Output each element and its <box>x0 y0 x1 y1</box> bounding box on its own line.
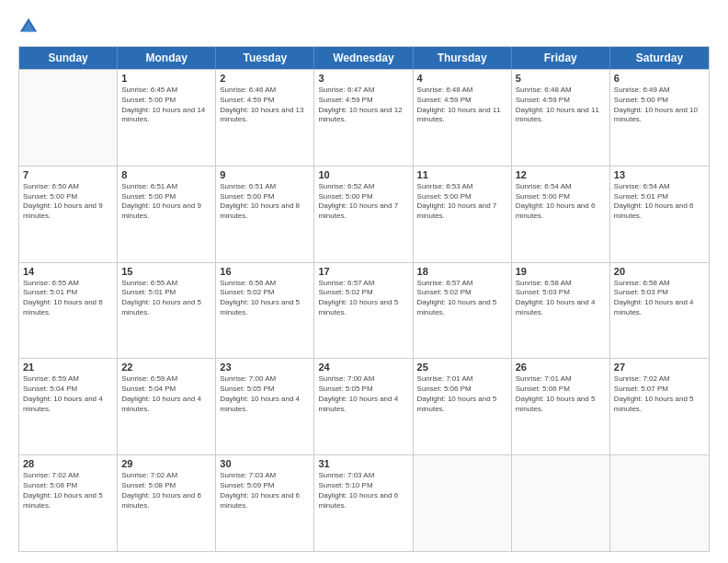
day-number: 8 <box>121 169 211 180</box>
calendar-cell: 15Sunrise: 6:55 AM Sunset: 5:01 PM Dayli… <box>118 263 216 359</box>
day-number: 26 <box>516 362 606 373</box>
weekday-header: Monday <box>118 47 216 69</box>
day-info: Sunrise: 6:59 AM Sunset: 5:04 PM Dayligh… <box>23 374 113 414</box>
calendar-cell: 28Sunrise: 7:02 AM Sunset: 5:08 PM Dayli… <box>19 455 118 551</box>
calendar-cell: 6Sunrise: 6:49 AM Sunset: 5:00 PM Daylig… <box>610 70 709 166</box>
page: SundayMondayTuesdayWednesdayThursdayFrid… <box>0 0 728 563</box>
weekday-header: Saturday <box>610 47 709 69</box>
day-info: Sunrise: 6:59 AM Sunset: 5:04 PM Dayligh… <box>121 374 211 414</box>
day-number: 15 <box>121 266 211 277</box>
calendar-cell: 8Sunrise: 6:51 AM Sunset: 5:00 PM Daylig… <box>118 167 216 262</box>
day-number: 12 <box>516 169 606 180</box>
day-info: Sunrise: 7:02 AM Sunset: 5:08 PM Dayligh… <box>121 471 211 511</box>
day-info: Sunrise: 6:52 AM Sunset: 5:00 PM Dayligh… <box>318 182 408 222</box>
day-number: 30 <box>220 458 310 469</box>
header <box>18 17 710 37</box>
day-number: 27 <box>614 362 705 373</box>
day-number: 31 <box>318 458 408 469</box>
day-number: 11 <box>417 169 507 180</box>
calendar-cell: 13Sunrise: 6:54 AM Sunset: 5:01 PM Dayli… <box>610 167 709 262</box>
day-info: Sunrise: 6:57 AM Sunset: 5:02 PM Dayligh… <box>318 279 408 318</box>
day-info: Sunrise: 6:51 AM Sunset: 5:00 PM Dayligh… <box>220 182 310 222</box>
day-info: Sunrise: 6:46 AM Sunset: 4:59 PM Dayligh… <box>220 86 310 125</box>
calendar-cell: 3Sunrise: 6:47 AM Sunset: 4:59 PM Daylig… <box>314 70 413 166</box>
day-number: 5 <box>516 73 606 84</box>
calendar-cell: 20Sunrise: 6:58 AM Sunset: 5:03 PM Dayli… <box>610 263 709 359</box>
day-info: Sunrise: 6:51 AM Sunset: 5:00 PM Dayligh… <box>121 182 211 222</box>
day-number: 16 <box>220 266 310 277</box>
calendar-cell: 25Sunrise: 7:01 AM Sunset: 5:06 PM Dayli… <box>414 359 512 454</box>
day-info: Sunrise: 6:48 AM Sunset: 4:59 PM Dayligh… <box>516 86 606 125</box>
logo <box>18 17 42 37</box>
day-number: 9 <box>220 169 310 180</box>
day-info: Sunrise: 6:55 AM Sunset: 5:01 PM Dayligh… <box>23 279 113 318</box>
day-number: 21 <box>23 362 113 373</box>
calendar-cell <box>610 455 709 551</box>
calendar-cell: 21Sunrise: 6:59 AM Sunset: 5:04 PM Dayli… <box>19 359 118 454</box>
day-info: Sunrise: 7:02 AM Sunset: 5:07 PM Dayligh… <box>614 374 705 414</box>
calendar-row: 14Sunrise: 6:55 AM Sunset: 5:01 PM Dayli… <box>19 262 709 359</box>
day-number: 28 <box>23 458 113 469</box>
calendar-cell: 16Sunrise: 6:56 AM Sunset: 5:02 PM Dayli… <box>216 263 314 359</box>
weekday-header: Wednesday <box>314 47 413 69</box>
day-info: Sunrise: 6:58 AM Sunset: 5:03 PM Dayligh… <box>614 279 705 318</box>
calendar-cell: 29Sunrise: 7:02 AM Sunset: 5:08 PM Dayli… <box>118 455 216 551</box>
calendar-cell: 18Sunrise: 6:57 AM Sunset: 5:02 PM Dayli… <box>414 263 512 359</box>
day-info: Sunrise: 7:03 AM Sunset: 5:09 PM Dayligh… <box>220 471 310 511</box>
day-info: Sunrise: 6:57 AM Sunset: 5:02 PM Dayligh… <box>417 279 507 318</box>
calendar-cell: 27Sunrise: 7:02 AM Sunset: 5:07 PM Dayli… <box>610 359 709 454</box>
calendar-cell: 1Sunrise: 6:45 AM Sunset: 5:00 PM Daylig… <box>118 70 216 166</box>
day-number: 29 <box>121 458 211 469</box>
day-info: Sunrise: 6:54 AM Sunset: 5:01 PM Dayligh… <box>614 182 705 222</box>
day-number: 6 <box>614 73 705 84</box>
weekday-header: Sunday <box>19 47 118 69</box>
day-info: Sunrise: 6:45 AM Sunset: 5:00 PM Dayligh… <box>121 86 211 125</box>
calendar-cell: 10Sunrise: 6:52 AM Sunset: 5:00 PM Dayli… <box>314 167 413 262</box>
day-number: 10 <box>318 169 408 180</box>
weekday-header: Thursday <box>414 47 512 69</box>
day-info: Sunrise: 7:01 AM Sunset: 5:06 PM Dayligh… <box>417 374 507 414</box>
logo-icon <box>18 17 39 37</box>
calendar-cell <box>512 455 610 551</box>
calendar-cell <box>414 455 512 551</box>
day-info: Sunrise: 6:49 AM Sunset: 5:00 PM Dayligh… <box>614 86 705 125</box>
day-number: 2 <box>220 73 310 84</box>
day-info: Sunrise: 7:00 AM Sunset: 5:05 PM Dayligh… <box>318 374 408 414</box>
calendar-cell: 5Sunrise: 6:48 AM Sunset: 4:59 PM Daylig… <box>512 70 610 166</box>
calendar-body: 1Sunrise: 6:45 AM Sunset: 5:00 PM Daylig… <box>19 69 709 551</box>
day-info: Sunrise: 6:58 AM Sunset: 5:03 PM Dayligh… <box>516 279 606 318</box>
day-number: 4 <box>417 73 507 84</box>
weekday-header: Tuesday <box>216 47 314 69</box>
calendar-cell: 9Sunrise: 6:51 AM Sunset: 5:00 PM Daylig… <box>216 167 314 262</box>
day-info: Sunrise: 6:55 AM Sunset: 5:01 PM Dayligh… <box>121 279 211 318</box>
calendar-cell <box>19 70 118 166</box>
calendar-cell: 30Sunrise: 7:03 AM Sunset: 5:09 PM Dayli… <box>216 455 314 551</box>
day-info: Sunrise: 6:48 AM Sunset: 4:59 PM Dayligh… <box>417 86 507 125</box>
calendar-row: 28Sunrise: 7:02 AM Sunset: 5:08 PM Dayli… <box>19 454 709 551</box>
calendar-row: 7Sunrise: 6:50 AM Sunset: 5:00 PM Daylig… <box>19 166 709 262</box>
day-number: 14 <box>23 266 113 277</box>
calendar: SundayMondayTuesdayWednesdayThursdayFrid… <box>18 46 710 552</box>
calendar-cell: 2Sunrise: 6:46 AM Sunset: 4:59 PM Daylig… <box>216 70 314 166</box>
day-number: 13 <box>614 169 705 180</box>
day-number: 22 <box>121 362 211 373</box>
day-info: Sunrise: 7:01 AM Sunset: 5:06 PM Dayligh… <box>516 374 606 414</box>
weekday-header: Friday <box>512 47 610 69</box>
day-info: Sunrise: 7:02 AM Sunset: 5:08 PM Dayligh… <box>23 471 113 511</box>
calendar-cell: 11Sunrise: 6:53 AM Sunset: 5:00 PM Dayli… <box>414 167 512 262</box>
calendar-cell: 23Sunrise: 7:00 AM Sunset: 5:05 PM Dayli… <box>216 359 314 454</box>
day-info: Sunrise: 6:50 AM Sunset: 5:00 PM Dayligh… <box>23 182 113 222</box>
calendar-cell: 24Sunrise: 7:00 AM Sunset: 5:05 PM Dayli… <box>314 359 413 454</box>
day-info: Sunrise: 7:03 AM Sunset: 5:10 PM Dayligh… <box>318 471 408 511</box>
day-info: Sunrise: 7:00 AM Sunset: 5:05 PM Dayligh… <box>220 374 310 414</box>
calendar-cell: 22Sunrise: 6:59 AM Sunset: 5:04 PM Dayli… <box>118 359 216 454</box>
calendar-cell: 14Sunrise: 6:55 AM Sunset: 5:01 PM Dayli… <box>19 263 118 359</box>
calendar-cell: 7Sunrise: 6:50 AM Sunset: 5:00 PM Daylig… <box>19 167 118 262</box>
day-number: 24 <box>318 362 408 373</box>
calendar-cell: 26Sunrise: 7:01 AM Sunset: 5:06 PM Dayli… <box>512 359 610 454</box>
day-number: 18 <box>417 266 507 277</box>
day-number: 17 <box>318 266 408 277</box>
day-number: 25 <box>417 362 507 373</box>
calendar-row: 1Sunrise: 6:45 AM Sunset: 5:00 PM Daylig… <box>19 69 709 166</box>
day-info: Sunrise: 6:54 AM Sunset: 5:00 PM Dayligh… <box>516 182 606 222</box>
